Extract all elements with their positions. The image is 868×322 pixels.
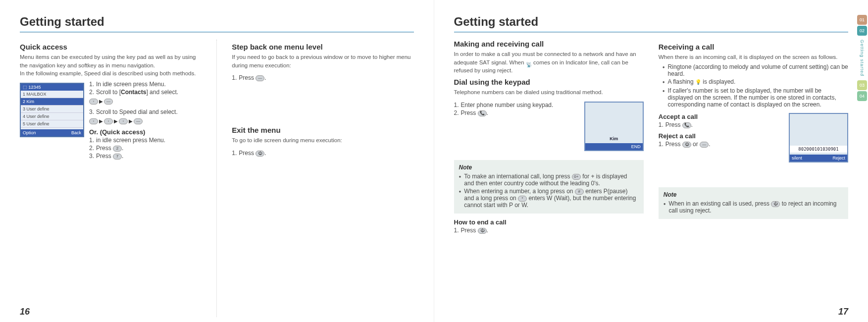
nav-key-icon: ◦ bbox=[89, 99, 98, 105]
step-num: 1. bbox=[454, 227, 459, 234]
nav-key-icon: ◦ bbox=[104, 118, 113, 124]
nav-sequence-2: ◦▶◦▶◦▶— bbox=[89, 117, 202, 124]
step-num: 1. bbox=[659, 141, 664, 148]
softkey-reject: Reject bbox=[832, 156, 845, 161]
softkey-silent: silent bbox=[792, 156, 802, 161]
step-text: Enter phone number using keypad. bbox=[461, 102, 554, 108]
note-title: Note bbox=[459, 164, 639, 171]
tab-01: 01 bbox=[857, 15, 867, 25]
step-text: Press 2. bbox=[96, 145, 123, 152]
note-bullet: When in an existing call is used, press … bbox=[664, 200, 843, 214]
softkey-end: END bbox=[631, 144, 641, 149]
note-reject-in-call: Note When in an existing call is used, p… bbox=[659, 187, 848, 219]
keypad-7-icon: 7 bbox=[113, 154, 122, 160]
keypad-star-icon: * bbox=[518, 196, 527, 202]
dial-steps-block: Kim END 1.Enter phone number using keypa… bbox=[454, 102, 644, 156]
step-text: Press —. bbox=[239, 74, 266, 81]
keypad-hash-icon: # bbox=[575, 189, 584, 195]
step-num: 1. bbox=[232, 150, 237, 157]
step-num: 1. bbox=[454, 102, 459, 108]
step-num: 1. bbox=[232, 74, 237, 81]
step-num: 2. bbox=[454, 109, 459, 116]
heading-step-back: Step back one menu level bbox=[232, 43, 413, 51]
call-key-icon: 📞 bbox=[478, 110, 487, 116]
col-quick-access: Quick access Menu items can be executed … bbox=[20, 40, 202, 317]
dial-screenshot: Kim END bbox=[584, 102, 644, 151]
step-text: Press ⏻. bbox=[461, 227, 488, 234]
dial-intro: Telephone numbers can be dialed using tr… bbox=[454, 88, 644, 97]
heading-end-call: How to end a call bbox=[454, 218, 644, 226]
page-number-right: 17 bbox=[838, 307, 848, 317]
keypad-2-icon: 2 bbox=[113, 146, 122, 152]
tab-04: 04 bbox=[857, 91, 867, 101]
step-num: 1. bbox=[89, 81, 94, 88]
screen-header: ⬚ 12345 bbox=[21, 84, 83, 91]
step-text: Press 📞. bbox=[665, 121, 693, 128]
step-text: Press 📞. bbox=[461, 109, 488, 116]
end-key-icon: ⏻ bbox=[255, 151, 264, 157]
columns: Quick access Menu items can be executed … bbox=[20, 40, 414, 317]
end-key-icon: ⏻ bbox=[478, 228, 487, 234]
page-17: Getting started Making and receiving cal… bbox=[434, 0, 868, 322]
screen-row-selected: 2 Kim bbox=[21, 98, 83, 106]
screen-row: 3 User define bbox=[21, 106, 83, 113]
note-title: Note bbox=[664, 191, 843, 198]
speed-dial-screenshot: ⬚ 12345 1 MAILBOX 2 Kim 3 User define 4 … bbox=[20, 83, 84, 137]
screen-row: 1 MAILBOX bbox=[21, 91, 83, 98]
col-making-call: Making and receiving call In order to ma… bbox=[454, 40, 644, 317]
page-spread: Getting started Quick access Menu items … bbox=[0, 0, 868, 322]
quick-access-body: ⬚ 12345 1 MAILBOX 2 Kim 3 User define 4 … bbox=[20, 81, 202, 161]
incoming-call-screenshot: 802000101030901 silentReject bbox=[789, 113, 848, 162]
quick-access-intro-1: Menu items can be executed by using the … bbox=[20, 53, 202, 69]
accept-reject-block: 802000101030901 silentReject Accept a ca… bbox=[659, 113, 848, 172]
col-step-back: Step back one menu level If you need to … bbox=[216, 40, 413, 317]
step-text: Press 7. bbox=[96, 153, 123, 160]
call-key-icon: 📞 bbox=[682, 122, 691, 128]
quick-access-steps: 1.In idle screen press Menu. 2. Scroll t… bbox=[89, 81, 202, 161]
flashing-icon bbox=[695, 78, 701, 85]
note-international-call: Note To make an international call, long… bbox=[454, 160, 644, 214]
tab-02-active: 02 bbox=[857, 26, 867, 36]
arrow-icon: ▶ bbox=[114, 118, 118, 124]
heading-receiving-call: Receiving a call bbox=[659, 43, 848, 51]
screen-row: 4 User define bbox=[21, 113, 83, 120]
screen-row: 5 User define bbox=[21, 120, 83, 128]
step-text: Scroll to [Contacts] and select. bbox=[96, 89, 178, 96]
arrow-icon: ▶ bbox=[129, 118, 133, 124]
softkey-icon: — bbox=[700, 142, 709, 148]
heading-or-quick-access: Or. (Quick access) bbox=[89, 128, 202, 136]
arrow-icon: ▶ bbox=[99, 99, 103, 104]
tab-03: 03 bbox=[857, 80, 867, 90]
note-bullet: When entering a number, a long press on … bbox=[459, 188, 639, 209]
softkey-icon: — bbox=[104, 99, 113, 105]
receiving-bullet: Ringtone (according to melody and volume… bbox=[663, 63, 848, 77]
col-receiving-call: Receiving a call When there is an incomi… bbox=[659, 40, 848, 317]
quick-access-intro-2: In the following example, Speed dial is … bbox=[20, 69, 202, 78]
note-bullet: To make an international call, long pres… bbox=[459, 173, 639, 187]
heading-dial-keypad: Dial using the keypad bbox=[454, 78, 644, 86]
step-num: 1. bbox=[659, 121, 664, 128]
caller-name: Kim bbox=[585, 136, 643, 141]
heading-quick-access: Quick access bbox=[20, 43, 202, 51]
back-key-icon: — bbox=[255, 75, 264, 81]
step-text: in idle screen press Menu. bbox=[96, 137, 165, 144]
title-underline bbox=[20, 32, 414, 33]
exit-menu-intro: To go to idle screen during menu executi… bbox=[232, 136, 413, 145]
sat-signal-icon bbox=[526, 60, 532, 65]
keypad-0-icon: 0+ bbox=[572, 174, 581, 180]
step-num: 3. bbox=[89, 108, 94, 115]
step-text: In idle screen press Menu. bbox=[96, 81, 166, 88]
nav-key-icon: ◦ bbox=[119, 118, 128, 124]
caller-number: 802000101030901 bbox=[790, 146, 847, 153]
step-text: Press ⏻. bbox=[239, 150, 266, 157]
arrow-icon: ▶ bbox=[99, 118, 103, 124]
making-call-intro: In order to make a call you must be conn… bbox=[454, 50, 644, 75]
heading-making-call: Making and receiving call bbox=[454, 40, 644, 48]
receiving-bullet: If caller's number is set to be displaye… bbox=[663, 87, 848, 108]
step-text: Press ⏻ or —. bbox=[665, 141, 711, 148]
tab-label: Getting started bbox=[860, 40, 865, 76]
receiving-intro: When there is an incoming call, it is di… bbox=[659, 53, 848, 61]
step-num: 1. bbox=[89, 137, 94, 144]
page-16: Getting started Quick access Menu items … bbox=[0, 0, 434, 322]
nav-key-icon: ◦ bbox=[89, 118, 98, 124]
